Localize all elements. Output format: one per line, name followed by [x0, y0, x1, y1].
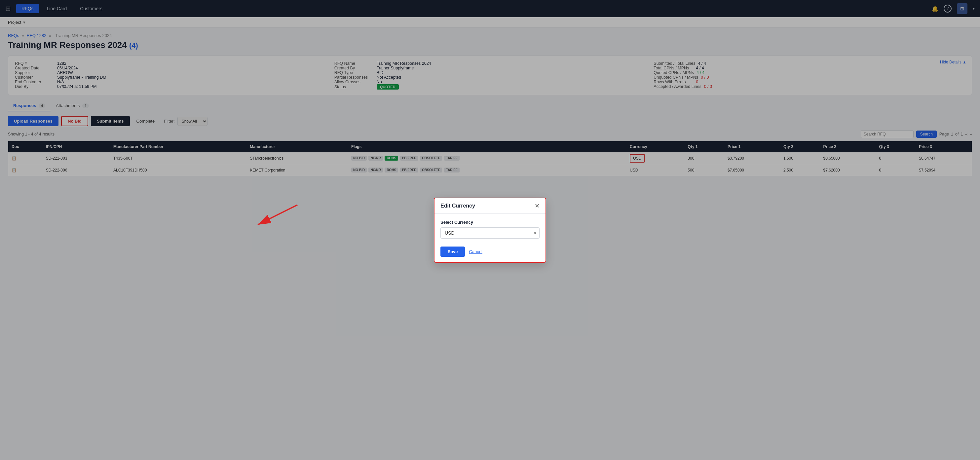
modal-header: Edit Currency ✕: [434, 198, 546, 214]
modal-body: Select Currency USD EUR GBP JPY CAD ▾: [434, 214, 546, 241]
save-button[interactable]: Save: [441, 247, 465, 257]
modal-title: Edit Currency: [441, 203, 475, 209]
page-wrapper: RFQs » RFQ 1282 » Training MR Responses …: [0, 28, 980, 455]
currency-select-wrapper: USD EUR GBP JPY CAD ▾: [441, 228, 539, 239]
modal-close-button[interactable]: ✕: [535, 203, 539, 209]
currency-select[interactable]: USD EUR GBP JPY CAD: [441, 228, 539, 239]
edit-currency-modal: Edit Currency ✕ Select Currency USD EUR …: [434, 197, 546, 263]
modal-select-label: Select Currency: [441, 220, 539, 225]
svg-line-1: [258, 205, 298, 225]
modal-footer: Save Cancel: [434, 241, 546, 262]
modal-overlay[interactable]: Edit Currency ✕ Select Currency USD EUR …: [0, 0, 980, 455]
cancel-button[interactable]: Cancel: [469, 249, 482, 254]
